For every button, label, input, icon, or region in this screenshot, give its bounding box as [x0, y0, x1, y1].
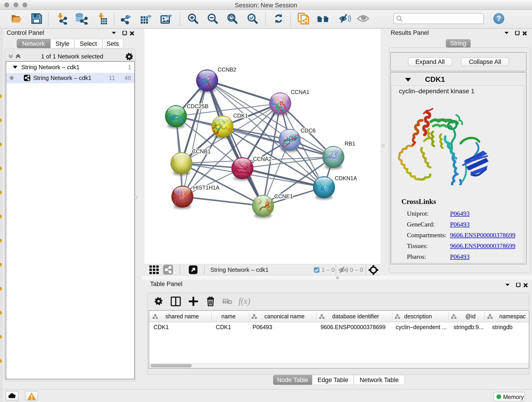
svg-text:CCNA2: CCNA2	[253, 156, 272, 162]
svg-text:CDC6: CDC6	[301, 128, 316, 134]
svg-text:CCNB1: CCNB1	[192, 148, 210, 154]
svg-text:HIST1H1A: HIST1H1A	[193, 185, 220, 191]
svg-text:CCNE1: CCNE1	[274, 193, 293, 199]
svg-text:CCNB2: CCNB2	[218, 66, 236, 73]
svg-text:CDC25B: CDC25B	[187, 103, 209, 109]
svg-text:RB1: RB1	[345, 140, 355, 147]
svg-text:?: ?	[496, 14, 501, 23]
svg-text:CDK1: CDK1	[233, 113, 248, 119]
svg-text:CDKN1A: CDKN1A	[335, 175, 357, 181]
svg-text:CCNA1: CCNA1	[291, 89, 309, 95]
